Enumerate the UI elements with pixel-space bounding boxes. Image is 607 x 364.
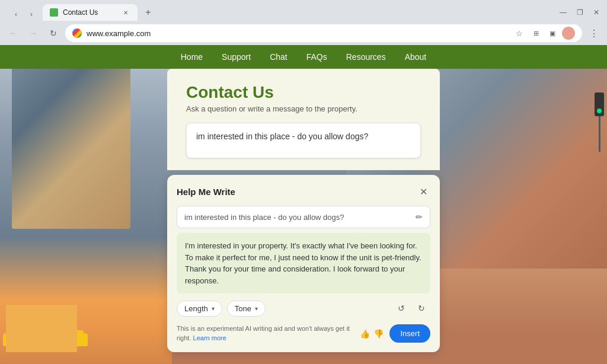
page-title: Contact Us (186, 83, 421, 102)
address-bar-row: ← → ↻ www.example.com ☆ ⊞ ▣ ⋮ (0, 21, 607, 45)
message-input[interactable]: im interested in this place - do you all… (186, 123, 421, 158)
contact-subtitle: Ask a question or write a message to the… (186, 104, 421, 113)
popup-footer: This is an experimental AI writing aid a… (177, 324, 430, 343)
pencil-icon[interactable]: ✏ (416, 212, 423, 222)
nav-item-about[interactable]: About (405, 50, 427, 64)
webpage: Home Support Chat FAQs Resources About C… (0, 45, 607, 364)
nav-item-chat[interactable]: Chat (270, 50, 287, 64)
minimize-button[interactable]: — (557, 7, 569, 18)
nav-item-home[interactable]: Home (181, 50, 203, 64)
help-me-write-popup: Help Me Write ✕ im interested in this pl… (167, 175, 440, 352)
tone-dropdown[interactable]: Tone ▾ (227, 301, 266, 317)
tone-label: Tone (235, 304, 251, 313)
bg-left-building (0, 45, 172, 364)
feedback-icons: 👍 👎 (360, 329, 384, 339)
controls-row: Length ▾ Tone ▾ ↺ ↻ (177, 299, 430, 317)
tl-pole (599, 116, 600, 152)
active-tab[interactable]: Contact Us ✕ (43, 4, 138, 21)
browser-titlebar: ‹ › Contact Us ✕ + — ❐ ✕ (0, 0, 607, 21)
taxi-2 (32, 333, 59, 346)
redo-button[interactable]: ↻ (413, 299, 430, 317)
taxi-row (3, 333, 88, 346)
profile-avatar[interactable] (562, 27, 575, 40)
insert-button[interactable]: Insert (389, 324, 430, 343)
footer-disclaimer: This is an experimental AI writing aid a… (177, 324, 354, 343)
bookmark-button[interactable]: ☆ (512, 26, 526, 40)
popup-header: Help Me Write ✕ (177, 184, 430, 199)
input-preview-text: im interested in this place - do you all… (184, 213, 344, 222)
thumbs-up-button[interactable]: 👍 (360, 329, 370, 339)
taxi-3 (61, 333, 88, 346)
traffic-light-box (595, 92, 604, 116)
input-preview-box: im interested in this place - do you all… (177, 206, 430, 228)
length-dropdown[interactable]: Length ▾ (177, 301, 222, 317)
length-arrow: ▾ (212, 305, 215, 312)
tl-green (597, 108, 602, 113)
forward-button[interactable]: → (25, 25, 41, 41)
new-tab-button[interactable]: + (140, 4, 156, 21)
action-icons: ↺ ↻ (392, 299, 430, 317)
popup-title: Help Me Write (177, 187, 235, 197)
thumbs-down-button[interactable]: 👎 (373, 329, 384, 339)
tl-yellow (597, 102, 602, 107)
close-button[interactable]: ✕ (590, 7, 602, 18)
popup-close-button[interactable]: ✕ (416, 184, 430, 199)
address-actions: ☆ ⊞ ▣ (512, 26, 575, 40)
learn-more-link[interactable]: Learn more (193, 334, 226, 341)
contact-card: Contact Us Ask a question or write a mes… (167, 69, 440, 170)
window-controls: — ❐ ✕ (557, 7, 602, 18)
length-label: Length (184, 304, 208, 313)
reload-button[interactable]: ↻ (45, 25, 62, 41)
google-icon (72, 28, 82, 38)
nav-items: Home Support Chat FAQs Resources About (181, 50, 427, 64)
tab-close-btn[interactable]: ✕ (121, 8, 130, 17)
taxi-1 (3, 333, 30, 346)
back-button[interactable]: ← (5, 25, 21, 41)
tab-title: Contact Us (63, 8, 116, 17)
address-bar[interactable]: www.example.com ☆ ⊞ ▣ (65, 24, 582, 42)
main-content: Contact Us Ask a question or write a mes… (167, 69, 440, 352)
site-navigation: Home Support Chat FAQs Resources About (0, 45, 607, 69)
share-button[interactable]: ⊞ (529, 26, 543, 40)
tab-forward-btn[interactable]: › (25, 8, 38, 21)
traffic-light (595, 92, 604, 152)
url-text: www.example.com (87, 29, 507, 38)
tl-red (597, 95, 602, 100)
nav-item-faqs[interactable]: FAQs (306, 50, 327, 64)
browser-menu-button[interactable]: ⋮ (586, 25, 602, 41)
tab-bar: ‹ › Contact Us ✕ + (5, 4, 156, 21)
browser-chrome: ‹ › Contact Us ✕ + — ❐ ✕ ← → ↻ www.examp… (0, 0, 607, 45)
undo-button[interactable]: ↺ (392, 299, 410, 317)
tab-back-btn[interactable]: ‹ (9, 8, 23, 21)
tab-favicon (50, 8, 58, 17)
nav-item-support[interactable]: Support (222, 50, 251, 64)
sidebar-button[interactable]: ▣ (545, 26, 560, 40)
maximize-button[interactable]: ❐ (574, 7, 586, 18)
generated-text-box: I'm interested in your property. It's ex… (177, 233, 430, 293)
nav-item-resources[interactable]: Resources (346, 50, 386, 64)
tone-arrow: ▾ (255, 305, 258, 312)
